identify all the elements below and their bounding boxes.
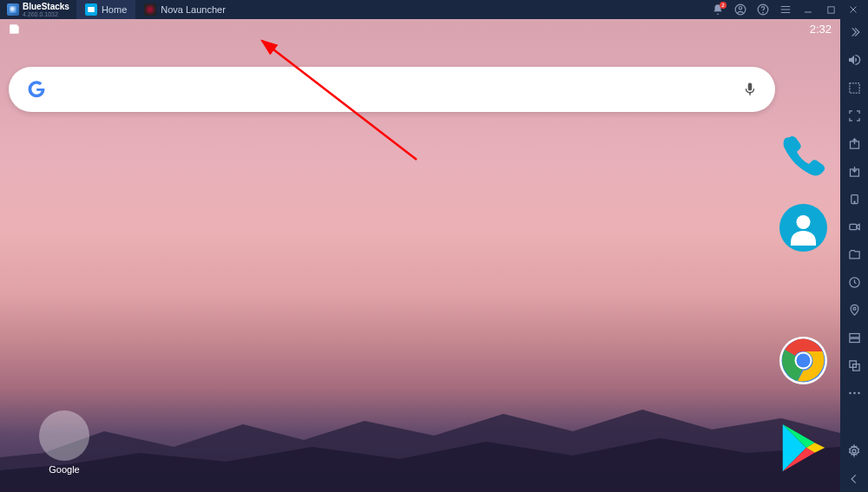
svg-point-1	[739, 7, 742, 10]
android-statusbar: 2:32	[0, 19, 840, 38]
titlebar: BlueStacks 4.260.0.1032 Home Nova Launch…	[0, 0, 868, 19]
phone-app-icon[interactable]	[779, 132, 827, 180]
window-controls: 2	[712, 3, 868, 16]
svg-point-19	[852, 307, 855, 310]
more-icon[interactable]	[846, 385, 862, 401]
app-version: 4.260.0.1032	[23, 11, 69, 17]
contacts-app-icon[interactable]	[779, 204, 827, 252]
svg-rect-4	[827, 6, 833, 12]
location-icon[interactable]	[846, 302, 862, 318]
settings-icon[interactable]	[846, 443, 862, 459]
tab-nova-launcher[interactable]: Nova Launcher	[135, 0, 234, 19]
notification-badge: 2	[720, 2, 727, 9]
menu-icon[interactable]	[779, 3, 792, 16]
fullscreen-icon[interactable]	[846, 108, 862, 123]
svg-point-10	[797, 354, 811, 368]
google-g-icon	[26, 79, 47, 100]
import-icon[interactable]	[846, 163, 862, 179]
sdcard-icon	[9, 23, 21, 35]
notifications-icon[interactable]: 2	[712, 3, 724, 16]
tab-label: Nova Launcher	[161, 4, 226, 15]
minimize-button[interactable]	[802, 3, 814, 16]
multi-instance-icon[interactable]	[846, 358, 862, 373]
tabs: Home Nova Launcher	[76, 0, 234, 19]
clock-icon[interactable]	[846, 274, 862, 290]
microphone-icon[interactable]	[742, 79, 758, 100]
nova-launcher-icon	[144, 3, 156, 16]
collapse-sidebar-icon[interactable]	[846, 24, 862, 40]
android-homescreen[interactable]: 2:32	[0, 19, 840, 492]
bluestacks-sidebar	[840, 19, 868, 492]
google-search-widget[interactable]	[9, 67, 775, 112]
svg-rect-17	[849, 224, 856, 229]
folder-circle-icon	[39, 410, 89, 461]
svg-point-25	[853, 392, 856, 395]
close-button[interactable]	[847, 3, 859, 16]
help-icon[interactable]	[757, 3, 769, 16]
svg-rect-21	[849, 338, 858, 342]
maximize-button[interactable]	[825, 3, 837, 16]
back-icon[interactable]	[846, 471, 862, 487]
capture-region-icon[interactable]	[846, 80, 862, 95]
svg-rect-20	[849, 333, 858, 337]
export-icon[interactable]	[846, 135, 862, 151]
google-folder[interactable]: Google	[39, 410, 89, 475]
folder-label: Google	[39, 464, 89, 475]
dock	[779, 132, 827, 384]
svg-point-24	[849, 392, 852, 395]
media-folder-icon[interactable]	[846, 246, 862, 262]
svg-point-26	[858, 392, 860, 395]
tab-label: Home	[102, 4, 127, 15]
bluestacks-logo-icon	[7, 3, 19, 16]
svg-point-27	[852, 449, 856, 453]
svg-rect-12	[849, 82, 858, 92]
chrome-app-icon[interactable]	[779, 337, 827, 384]
tab-home[interactable]: Home	[76, 0, 135, 19]
clock: 2:32	[810, 23, 832, 36]
record-icon[interactable]	[846, 219, 862, 234]
rotate-icon[interactable]	[846, 191, 862, 207]
keymap-icon[interactable]	[846, 330, 862, 345]
play-store-icon[interactable]	[776, 421, 830, 475]
mountain-silhouette	[0, 371, 840, 492]
svg-point-3	[763, 12, 764, 13]
svg-point-16	[853, 201, 854, 202]
account-icon[interactable]	[734, 3, 746, 16]
svg-point-6	[797, 215, 811, 229]
bluestacks-logo-section: BlueStacks 4.260.0.1032	[0, 3, 76, 17]
home-icon	[85, 3, 97, 16]
app-name: BlueStacks	[23, 3, 69, 11]
volume-icon[interactable]	[846, 52, 862, 68]
